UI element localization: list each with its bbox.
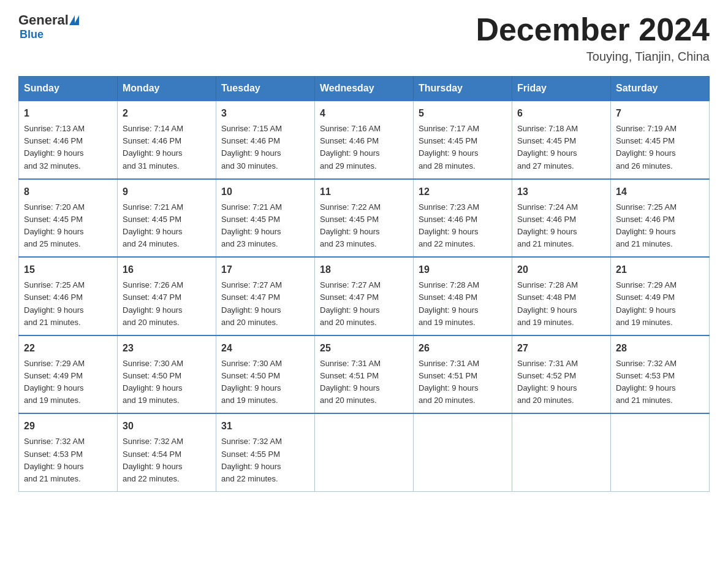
day-number: 26	[419, 341, 507, 356]
day-info: Sunrise: 7:21 AMSunset: 4:45 PMDaylight:…	[221, 202, 282, 248]
day-info: Sunrise: 7:28 AMSunset: 4:48 PMDaylight:…	[419, 280, 479, 326]
calendar-cell: 1 Sunrise: 7:13 AMSunset: 4:46 PMDayligh…	[19, 101, 118, 179]
day-info: Sunrise: 7:26 AMSunset: 4:47 PMDaylight:…	[123, 280, 183, 326]
calendar-cell	[315, 413, 414, 491]
calendar-cell: 21 Sunrise: 7:29 AMSunset: 4:49 PMDaylig…	[611, 257, 710, 335]
day-number: 3	[221, 106, 309, 121]
calendar-table: SundayMondayTuesdayWednesdayThursdayFrid…	[18, 76, 710, 492]
location-subtitle: Touying, Tianjin, China	[476, 50, 710, 64]
day-info: Sunrise: 7:21 AMSunset: 4:45 PMDaylight:…	[123, 202, 183, 248]
col-header-saturday: Saturday	[611, 77, 710, 101]
day-number: 17	[221, 262, 309, 277]
calendar-cell: 4 Sunrise: 7:16 AMSunset: 4:46 PMDayligh…	[315, 101, 414, 179]
day-info: Sunrise: 7:22 AMSunset: 4:45 PMDaylight:…	[320, 202, 381, 248]
col-header-sunday: Sunday	[19, 77, 118, 101]
title-area: December 2024 Touying, Tianjin, China	[476, 12, 710, 64]
day-number: 10	[221, 185, 309, 199]
day-info: Sunrise: 7:28 AMSunset: 4:48 PMDaylight:…	[517, 280, 578, 326]
day-info: Sunrise: 7:18 AMSunset: 4:45 PMDaylight:…	[517, 124, 578, 170]
calendar-header-row: SundayMondayTuesdayWednesdayThursdayFrid…	[19, 77, 710, 101]
day-number: 13	[517, 185, 605, 199]
calendar-cell	[611, 413, 710, 491]
calendar-cell: 9 Sunrise: 7:21 AMSunset: 4:45 PMDayligh…	[118, 179, 216, 258]
calendar-cell: 15 Sunrise: 7:25 AMSunset: 4:46 PMDaylig…	[19, 257, 118, 335]
day-info: Sunrise: 7:32 AMSunset: 4:53 PMDaylight:…	[24, 437, 85, 483]
day-number: 12	[419, 185, 507, 199]
day-number: 4	[320, 106, 408, 121]
logo-text: General	[18, 12, 80, 28]
day-info: Sunrise: 7:30 AMSunset: 4:50 PMDaylight:…	[123, 359, 183, 405]
day-info: Sunrise: 7:15 AMSunset: 4:46 PMDaylight:…	[221, 124, 282, 170]
calendar-cell: 28 Sunrise: 7:32 AMSunset: 4:53 PMDaylig…	[611, 335, 710, 414]
day-number: 19	[419, 262, 507, 277]
day-info: Sunrise: 7:27 AMSunset: 4:47 PMDaylight:…	[320, 280, 381, 326]
day-info: Sunrise: 7:25 AMSunset: 4:46 PMDaylight:…	[616, 202, 677, 248]
calendar-week-row: 1 Sunrise: 7:13 AMSunset: 4:46 PMDayligh…	[19, 101, 710, 179]
day-info: Sunrise: 7:32 AMSunset: 4:55 PMDaylight:…	[221, 437, 282, 483]
day-number: 30	[123, 419, 211, 434]
calendar-cell: 14 Sunrise: 7:25 AMSunset: 4:46 PMDaylig…	[611, 179, 710, 258]
col-header-friday: Friday	[512, 77, 611, 101]
calendar-cell: 17 Sunrise: 7:27 AMSunset: 4:47 PMDaylig…	[216, 257, 315, 335]
calendar-cell: 30 Sunrise: 7:32 AMSunset: 4:54 PMDaylig…	[118, 413, 216, 491]
day-info: Sunrise: 7:27 AMSunset: 4:47 PMDaylight:…	[221, 280, 282, 326]
calendar-cell: 25 Sunrise: 7:31 AMSunset: 4:51 PMDaylig…	[315, 335, 414, 414]
calendar-cell: 12 Sunrise: 7:23 AMSunset: 4:46 PMDaylig…	[414, 179, 512, 258]
day-number: 14	[616, 185, 704, 199]
day-number: 18	[320, 262, 408, 277]
calendar-cell: 31 Sunrise: 7:32 AMSunset: 4:55 PMDaylig…	[216, 413, 315, 491]
calendar-cell: 22 Sunrise: 7:29 AMSunset: 4:49 PMDaylig…	[19, 335, 118, 414]
day-number: 20	[517, 262, 605, 277]
calendar-cell: 8 Sunrise: 7:20 AMSunset: 4:45 PMDayligh…	[19, 179, 118, 258]
day-info: Sunrise: 7:20 AMSunset: 4:45 PMDaylight:…	[24, 202, 85, 248]
calendar-cell	[512, 413, 611, 491]
day-info: Sunrise: 7:31 AMSunset: 4:51 PMDaylight:…	[419, 359, 479, 405]
calendar-cell: 16 Sunrise: 7:26 AMSunset: 4:47 PMDaylig…	[118, 257, 216, 335]
calendar-week-row: 15 Sunrise: 7:25 AMSunset: 4:46 PMDaylig…	[19, 257, 710, 335]
day-number: 1	[24, 106, 112, 121]
calendar-cell: 10 Sunrise: 7:21 AMSunset: 4:45 PMDaylig…	[216, 179, 315, 258]
day-number: 22	[24, 341, 112, 356]
day-number: 8	[24, 185, 112, 199]
day-number: 16	[123, 262, 211, 277]
day-number: 7	[616, 106, 704, 121]
page-header: General Blue December 2024 Touying, Tian…	[18, 12, 710, 64]
col-header-wednesday: Wednesday	[315, 77, 414, 101]
day-info: Sunrise: 7:29 AMSunset: 4:49 PMDaylight:…	[616, 280, 677, 326]
day-number: 29	[24, 419, 112, 434]
day-number: 31	[221, 419, 309, 434]
calendar-cell: 5 Sunrise: 7:17 AMSunset: 4:45 PMDayligh…	[414, 101, 512, 179]
day-number: 27	[517, 341, 605, 356]
calendar-cell: 7 Sunrise: 7:19 AMSunset: 4:45 PMDayligh…	[611, 101, 710, 179]
day-number: 5	[419, 106, 507, 121]
day-number: 15	[24, 262, 112, 277]
logo-general-text: General	[18, 12, 69, 28]
col-header-tuesday: Tuesday	[216, 77, 315, 101]
calendar-cell: 2 Sunrise: 7:14 AMSunset: 4:46 PMDayligh…	[118, 101, 216, 179]
calendar-cell: 29 Sunrise: 7:32 AMSunset: 4:53 PMDaylig…	[19, 413, 118, 491]
logo: General Blue	[18, 12, 80, 41]
logo-triangle-right	[74, 15, 79, 25]
col-header-thursday: Thursday	[414, 77, 512, 101]
day-number: 11	[320, 185, 408, 199]
day-info: Sunrise: 7:25 AMSunset: 4:46 PMDaylight:…	[24, 280, 85, 326]
day-info: Sunrise: 7:13 AMSunset: 4:46 PMDaylight:…	[24, 124, 85, 170]
calendar-cell: 3 Sunrise: 7:15 AMSunset: 4:46 PMDayligh…	[216, 101, 315, 179]
calendar-cell: 11 Sunrise: 7:22 AMSunset: 4:45 PMDaylig…	[315, 179, 414, 258]
calendar-week-row: 22 Sunrise: 7:29 AMSunset: 4:49 PMDaylig…	[19, 335, 710, 414]
day-number: 6	[517, 106, 605, 121]
day-number: 24	[221, 341, 309, 356]
day-number: 9	[123, 185, 211, 199]
day-info: Sunrise: 7:16 AMSunset: 4:46 PMDaylight:…	[320, 124, 381, 170]
calendar-cell: 6 Sunrise: 7:18 AMSunset: 4:45 PMDayligh…	[512, 101, 611, 179]
calendar-cell: 23 Sunrise: 7:30 AMSunset: 4:50 PMDaylig…	[118, 335, 216, 414]
day-info: Sunrise: 7:31 AMSunset: 4:51 PMDaylight:…	[320, 359, 381, 405]
calendar-cell: 24 Sunrise: 7:30 AMSunset: 4:50 PMDaylig…	[216, 335, 315, 414]
calendar-cell: 19 Sunrise: 7:28 AMSunset: 4:48 PMDaylig…	[414, 257, 512, 335]
calendar-cell	[414, 413, 512, 491]
day-number: 28	[616, 341, 704, 356]
day-number: 21	[616, 262, 704, 277]
calendar-week-row: 8 Sunrise: 7:20 AMSunset: 4:45 PMDayligh…	[19, 179, 710, 258]
calendar-cell: 27 Sunrise: 7:31 AMSunset: 4:52 PMDaylig…	[512, 335, 611, 414]
calendar-week-row: 29 Sunrise: 7:32 AMSunset: 4:53 PMDaylig…	[19, 413, 710, 491]
